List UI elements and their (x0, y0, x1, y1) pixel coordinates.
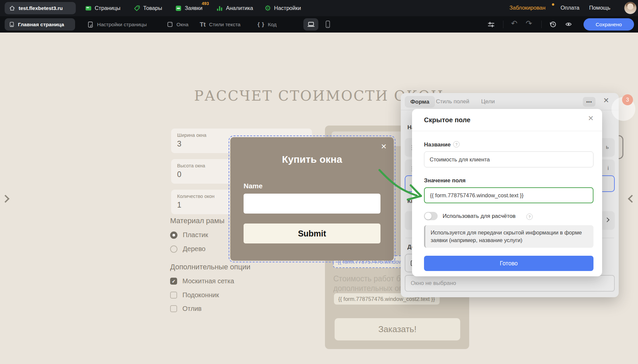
toolbar-divider (541, 21, 542, 28)
done-button[interactable]: Готово (424, 256, 593, 271)
history-button[interactable] (549, 21, 557, 29)
nav-analytics[interactable]: Аналитика (216, 0, 253, 16)
name-input[interactable] (244, 194, 380, 214)
eye-icon (565, 21, 572, 28)
tab-form[interactable]: Форма (405, 96, 435, 108)
status-dot-icon (552, 3, 554, 6)
field-value-label: Значение поля (424, 177, 466, 184)
panel-tabs: Форма Стиль полей Цели ••• × (401, 93, 619, 110)
nav-leads[interactable]: Заявки (175, 0, 202, 16)
nav-analytics-label: Аналитика (226, 5, 253, 11)
use-for-calculations-toggle[interactable] (424, 212, 438, 220)
field-name-input[interactable] (424, 151, 593, 167)
mobile-view-button[interactable] (324, 20, 331, 30)
windows-button[interactable]: Окна (167, 16, 188, 33)
payment-link[interactable]: Оплата (561, 5, 580, 11)
radio-plastic[interactable]: Пластик (170, 231, 208, 239)
use-for-calculations-label: Использовать для расчётов (443, 213, 516, 220)
laptop-icon (307, 21, 315, 29)
redo-button[interactable]: ↷ (526, 20, 532, 27)
text-styles-label: Стили текста (209, 22, 241, 28)
nav-goods-label: Товары (143, 5, 162, 11)
editor-toolbar: Главная страница Настройки страницы Окна… (0, 16, 638, 33)
checkbox-mosquito-net-label: Москитная сетка (182, 277, 234, 285)
tab-field-style[interactable]: Стиль полей (436, 93, 469, 110)
desktop-view-button[interactable] (303, 18, 318, 31)
chevron-right-icon (605, 218, 609, 222)
text-styles-icon: Tt (200, 21, 206, 28)
prev-page-chevron-icon[interactable] (1, 195, 9, 203)
hidden-field-modal: Скрытое поле × Название ? Значение поля … (412, 109, 602, 276)
close-icon[interactable]: × (603, 96, 609, 105)
phone-icon (324, 20, 331, 29)
field-name-label: Название (424, 141, 451, 148)
sliders-icon (487, 21, 495, 28)
tab-goals[interactable]: Цели (481, 93, 495, 110)
submit-button[interactable]: Submit (244, 224, 380, 243)
saved-label: Сохранено (596, 22, 622, 28)
radio-wood-label: Дерево (183, 245, 205, 253)
home-icon (9, 5, 15, 11)
radio-off-icon (170, 245, 177, 253)
undo-button[interactable]: ↶ (511, 20, 517, 27)
current-page-label: Главная страница (18, 22, 64, 28)
checkbox-unchecked-icon (170, 305, 177, 312)
hidden-field-modal-title: Скрытое поле (424, 116, 471, 124)
material-group-label: Материал рамы (170, 217, 225, 225)
nav-settings[interactable]: ⚙ Настройки (265, 0, 301, 16)
page-settings-button[interactable]: Настройки страницы (87, 16, 147, 33)
code-icon: { } (258, 21, 265, 28)
layout-settings-button[interactable] (487, 21, 495, 29)
next-page-chevron-icon[interactable] (628, 195, 636, 203)
help-icon[interactable]: ? (453, 141, 460, 147)
window-icon (167, 21, 173, 28)
gear-icon: ⚙ (265, 5, 271, 12)
radio-plastic-label: Пластик (183, 231, 208, 239)
radio-on-icon (170, 231, 177, 239)
name-field-label: Name (244, 182, 263, 190)
history-clock-icon (549, 21, 557, 28)
page-settings-label: Настройки страницы (97, 22, 147, 28)
code-label: Код (268, 22, 276, 28)
checkbox-windowsill-label: Подоконник (182, 291, 219, 299)
inbox-icon (175, 5, 182, 12)
current-page-button[interactable]: Главная страница (5, 18, 75, 31)
help-icon[interactable]: ? (526, 214, 533, 220)
nav-goods[interactable]: Товары (134, 0, 162, 16)
blocked-status[interactable]: Заблокирован (509, 5, 546, 11)
more-menu-icon[interactable]: ••• (583, 97, 595, 107)
counter-badge[interactable]: 3 (622, 94, 633, 105)
radio-wood[interactable]: Дерево (170, 245, 205, 253)
saved-button[interactable]: Сохранено (584, 18, 634, 31)
nav-leads-label: Заявки (185, 5, 202, 11)
pages-icon (85, 5, 92, 12)
field-value-input[interactable] (424, 187, 593, 203)
checkbox-drip[interactable]: Отлив (170, 305, 202, 313)
checkbox-checked-icon: ✓ (170, 278, 177, 285)
window-select[interactable]: Окно не выбрано (405, 275, 615, 292)
code-button[interactable]: { } Код (258, 16, 276, 33)
tag-icon (134, 5, 140, 12)
text-styles-button[interactable]: Tt Стили текста (200, 16, 241, 33)
checkbox-windowsill[interactable]: Подоконник (170, 291, 219, 299)
toolbar-divider (503, 21, 503, 28)
order-button[interactable]: Заказать! (335, 318, 460, 340)
buy-window-modal[interactable]: × Купить окна Name Submit (230, 137, 394, 261)
nav-settings-label: Настройки (274, 5, 301, 11)
row-text-fragment: ь (606, 144, 609, 150)
options-group-label: Дополнительные опции (170, 263, 251, 271)
checkbox-mosquito-net[interactable]: ✓ Москитная сетка (170, 277, 234, 285)
avatar[interactable] (624, 2, 637, 14)
nav-pages[interactable]: Страницы (85, 0, 120, 16)
top-bar: test.flexbetest3.ru Страницы Товары Заяв… (0, 0, 638, 16)
page-gear-icon (87, 21, 94, 28)
site-name: test.flexbetest3.ru (19, 5, 63, 11)
checkbox-drip-label: Отлив (182, 305, 202, 313)
row-text-fragment: i (607, 165, 609, 172)
page-icon (9, 21, 15, 28)
preview-button[interactable] (565, 21, 572, 29)
site-switcher[interactable]: test.flexbetest3.ru (5, 2, 76, 14)
help-link[interactable]: Помощь (589, 5, 610, 11)
close-icon[interactable]: × (588, 114, 593, 123)
close-icon[interactable]: × (381, 142, 386, 151)
